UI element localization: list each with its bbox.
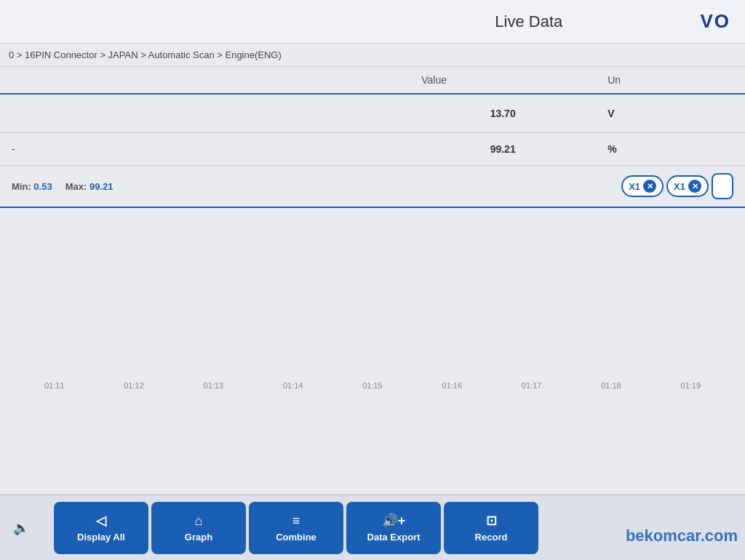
data-export-icon: 🔊+: [382, 513, 406, 529]
row2-name: -: [0, 133, 410, 166]
graph-button[interactable]: ⌂ Graph: [151, 502, 246, 554]
col-name-header: [0, 67, 410, 94]
minmax-row: Min: 0.53 Max: 99.21 X1 ✕ X1 ✕: [0, 166, 745, 208]
y-circle-icon: ✕: [688, 180, 701, 193]
row1-unit: V: [596, 94, 745, 133]
time-label: 01:19: [681, 381, 701, 390]
x1-x-axis-button[interactable]: X1 ✕: [621, 175, 664, 197]
combine-button[interactable]: ≡ Combine: [249, 502, 343, 554]
time-label: 01:17: [522, 381, 542, 390]
volume-icon: 🔈: [7, 520, 51, 536]
display-all-button[interactable]: ◁ Display All: [54, 502, 148, 554]
row1-name: [0, 94, 410, 133]
col-value-header: Value: [410, 67, 596, 94]
time-label: 01:16: [442, 381, 463, 390]
row2-value: 99.21: [410, 133, 596, 166]
bottom-toolbar: 🔈 ◁ Display All ⌂ Graph ≡ Combine 🔊+ Dat…: [0, 495, 745, 560]
time-label: 01:12: [124, 381, 144, 390]
breadcrumb: 0 > 16PIN Connector > JAPAN > Automatic …: [0, 44, 745, 67]
main-content: Value Un 13.70 V - 99.21 % Min: 0.53: [0, 67, 745, 560]
live-data-table: Value Un 13.70 V - 99.21 % Min: 0.53: [0, 67, 745, 208]
header: Live Data VO: [0, 0, 745, 44]
extra-button[interactable]: [712, 173, 733, 199]
x1-y-label: X1: [674, 181, 685, 192]
display-all-icon: ◁: [96, 513, 106, 529]
time-label: 01:14: [283, 381, 303, 390]
table-row: - 99.21 %: [0, 133, 745, 166]
row2-unit: %: [596, 133, 745, 166]
display-all-label: Display All: [77, 532, 125, 543]
watermark: bekomcar.com: [626, 527, 738, 545]
page-title: Live Data: [357, 12, 700, 31]
brand-logo: VO: [700, 10, 730, 33]
chart-area: 01:11 01:12 01:13 01:14 01:15 01:16 01:1…: [0, 208, 745, 397]
data-export-button[interactable]: 🔊+ Data Export: [346, 502, 441, 554]
row1-value: 13.70: [410, 94, 596, 133]
axis-buttons-cell: X1 ✕ X1 ✕: [410, 166, 745, 208]
timeline-axis: 01:11 01:12 01:13 01:14 01:15 01:16 01:1…: [0, 381, 745, 390]
time-label: 01:11: [44, 381, 65, 390]
x1-x-label: X1: [629, 181, 640, 192]
data-export-label: Data Export: [367, 532, 421, 543]
time-label: 01:15: [362, 381, 383, 390]
combine-label: Combine: [276, 532, 316, 543]
time-label: 01:18: [601, 381, 621, 390]
record-button[interactable]: ⊡ Record: [444, 502, 538, 554]
combine-icon: ≡: [292, 513, 300, 529]
col-unit-header: Un: [596, 67, 745, 94]
record-label: Record: [475, 532, 508, 543]
graph-icon: ⌂: [195, 513, 203, 529]
table-row: 13.70 V: [0, 94, 745, 133]
x-circle-icon: ✕: [643, 180, 656, 193]
record-icon: ⊡: [486, 513, 497, 529]
graph-label: Graph: [185, 532, 212, 543]
time-label: 01:13: [204, 381, 224, 390]
x1-y-axis-button[interactable]: X1 ✕: [666, 175, 709, 197]
minmax-text: Min: 0.53 Max: 99.21: [0, 166, 410, 208]
